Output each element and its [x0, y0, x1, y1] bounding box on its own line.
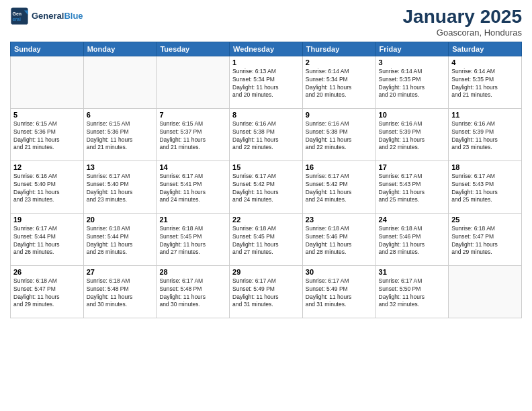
day-cell: 28Sunrise: 6:17 AMSunset: 5:48 PMDayligh… [157, 265, 230, 318]
header-wednesday: Wednesday [230, 42, 303, 56]
day-number: 31 [379, 268, 446, 276]
day-info: Sunrise: 6:14 AMSunset: 5:35 PMDaylight:… [379, 68, 446, 100]
day-info: Sunrise: 6:16 AMSunset: 5:39 PMDaylight:… [379, 120, 446, 152]
day-info: Sunrise: 6:18 AMSunset: 5:45 PMDaylight:… [159, 225, 226, 257]
day-info: Sunrise: 6:15 AMSunset: 5:36 PMDaylight:… [87, 120, 154, 152]
week-row-2: 5Sunrise: 6:15 AMSunset: 5:36 PMDaylight… [11, 108, 522, 161]
day-cell: 15Sunrise: 6:17 AMSunset: 5:42 PMDayligh… [230, 161, 303, 213]
week-row-4: 19Sunrise: 6:17 AMSunset: 5:44 PMDayligh… [11, 213, 522, 265]
day-info: Sunrise: 6:17 AMSunset: 5:43 PMDaylight:… [379, 173, 446, 205]
day-cell [157, 56, 230, 108]
day-cell: 8Sunrise: 6:16 AMSunset: 5:38 PMDaylight… [230, 108, 303, 161]
day-cell: 13Sunrise: 6:17 AMSunset: 5:40 PMDayligh… [83, 161, 157, 213]
header-friday: Friday [375, 42, 449, 56]
week-row-5: 26Sunrise: 6:18 AMSunset: 5:47 PMDayligh… [11, 265, 522, 318]
day-cell: 27Sunrise: 6:18 AMSunset: 5:48 PMDayligh… [83, 265, 157, 318]
day-cell: 6Sunrise: 6:15 AMSunset: 5:36 PMDaylight… [83, 108, 157, 161]
day-info: Sunrise: 6:18 AMSunset: 5:44 PMDaylight:… [87, 225, 154, 257]
day-number: 2 [306, 58, 373, 66]
day-cell [83, 56, 157, 108]
day-number: 5 [13, 111, 81, 119]
day-number: 19 [13, 216, 81, 224]
day-info: Sunrise: 6:18 AMSunset: 5:46 PMDaylight:… [306, 225, 373, 257]
logo: Gen eral GeneralBlue [10, 7, 83, 26]
week-row-1: 1Sunrise: 6:13 AMSunset: 5:34 PMDaylight… [11, 56, 522, 108]
day-cell: 9Sunrise: 6:16 AMSunset: 5:38 PMDaylight… [302, 108, 375, 161]
day-number: 27 [87, 268, 154, 276]
day-info: Sunrise: 6:16 AMSunset: 5:38 PMDaylight:… [232, 120, 300, 152]
calendar-header-row: SundayMondayTuesdayWednesdayThursdayFrid… [11, 42, 522, 56]
day-cell: 22Sunrise: 6:18 AMSunset: 5:45 PMDayligh… [230, 213, 303, 265]
page: Gen eral GeneralBlue January 2025 Goasco… [0, 0, 532, 411]
header-saturday: Saturday [449, 42, 522, 56]
day-cell: 11Sunrise: 6:16 AMSunset: 5:39 PMDayligh… [449, 108, 522, 161]
day-cell: 18Sunrise: 6:17 AMSunset: 5:43 PMDayligh… [449, 161, 522, 213]
day-number: 21 [159, 216, 226, 224]
logo-text: GeneralBlue [32, 11, 83, 21]
day-cell: 5Sunrise: 6:15 AMSunset: 5:36 PMDaylight… [11, 108, 84, 161]
day-cell: 17Sunrise: 6:17 AMSunset: 5:43 PMDayligh… [375, 161, 449, 213]
day-number: 13 [87, 163, 154, 171]
day-number: 4 [451, 58, 519, 66]
day-info: Sunrise: 6:18 AMSunset: 5:47 PMDaylight:… [13, 277, 81, 310]
day-number: 10 [379, 111, 446, 119]
day-info: Sunrise: 6:16 AMSunset: 5:40 PMDaylight:… [13, 173, 81, 205]
day-number: 11 [451, 111, 519, 119]
day-info: Sunrise: 6:17 AMSunset: 5:42 PMDaylight:… [306, 173, 373, 205]
day-info: Sunrise: 6:18 AMSunset: 5:48 PMDaylight:… [87, 277, 154, 310]
day-cell: 31Sunrise: 6:17 AMSunset: 5:50 PMDayligh… [375, 265, 449, 318]
day-number: 29 [232, 268, 300, 276]
svg-text:eral: eral [13, 17, 21, 21]
day-info: Sunrise: 6:15 AMSunset: 5:36 PMDaylight:… [13, 120, 81, 152]
day-cell: 29Sunrise: 6:17 AMSunset: 5:49 PMDayligh… [230, 265, 303, 318]
day-number: 6 [87, 111, 154, 119]
day-info: Sunrise: 6:17 AMSunset: 5:41 PMDaylight:… [159, 173, 226, 205]
day-number: 8 [232, 111, 300, 119]
header-tuesday: Tuesday [157, 42, 230, 56]
day-cell: 12Sunrise: 6:16 AMSunset: 5:40 PMDayligh… [11, 161, 84, 213]
day-info: Sunrise: 6:17 AMSunset: 5:42 PMDaylight:… [232, 173, 300, 205]
day-info: Sunrise: 6:17 AMSunset: 5:49 PMDaylight:… [306, 277, 373, 310]
day-number: 28 [159, 268, 226, 276]
day-cell: 20Sunrise: 6:18 AMSunset: 5:44 PMDayligh… [83, 213, 157, 265]
day-number: 22 [232, 216, 300, 224]
day-info: Sunrise: 6:17 AMSunset: 5:44 PMDaylight:… [13, 225, 81, 257]
day-number: 16 [306, 163, 373, 171]
day-info: Sunrise: 6:15 AMSunset: 5:37 PMDaylight:… [159, 120, 226, 152]
day-cell: 24Sunrise: 6:18 AMSunset: 5:46 PMDayligh… [375, 213, 449, 265]
day-info: Sunrise: 6:18 AMSunset: 5:45 PMDaylight:… [232, 225, 300, 257]
day-info: Sunrise: 6:17 AMSunset: 5:40 PMDaylight:… [87, 173, 154, 205]
day-cell: 16Sunrise: 6:17 AMSunset: 5:42 PMDayligh… [302, 161, 375, 213]
day-cell: 30Sunrise: 6:17 AMSunset: 5:49 PMDayligh… [302, 265, 375, 318]
day-number: 18 [451, 163, 519, 171]
day-cell: 10Sunrise: 6:16 AMSunset: 5:39 PMDayligh… [375, 108, 449, 161]
calendar-table: SundayMondayTuesdayWednesdayThursdayFrid… [10, 42, 522, 318]
day-info: Sunrise: 6:17 AMSunset: 5:43 PMDaylight:… [451, 173, 519, 205]
day-cell: 7Sunrise: 6:15 AMSunset: 5:37 PMDaylight… [157, 108, 230, 161]
day-cell [11, 56, 84, 108]
day-info: Sunrise: 6:18 AMSunset: 5:46 PMDaylight:… [379, 225, 446, 257]
day-number: 12 [13, 163, 81, 171]
day-number: 3 [379, 58, 446, 66]
day-number: 7 [159, 111, 226, 119]
day-number: 17 [379, 163, 446, 171]
header-thursday: Thursday [302, 42, 375, 56]
day-number: 25 [451, 216, 519, 224]
title-block: January 2025 Goascoran, Honduras [403, 7, 522, 38]
logo-icon: Gen eral [10, 7, 29, 26]
day-info: Sunrise: 6:14 AMSunset: 5:34 PMDaylight:… [306, 68, 373, 100]
day-info: Sunrise: 6:16 AMSunset: 5:38 PMDaylight:… [306, 120, 373, 152]
day-info: Sunrise: 6:17 AMSunset: 5:48 PMDaylight:… [159, 277, 226, 310]
day-cell: 1Sunrise: 6:13 AMSunset: 5:34 PMDaylight… [230, 56, 303, 108]
day-number: 1 [232, 58, 300, 66]
day-number: 20 [87, 216, 154, 224]
day-number: 23 [306, 216, 373, 224]
day-number: 30 [306, 268, 373, 276]
day-info: Sunrise: 6:13 AMSunset: 5:34 PMDaylight:… [232, 68, 300, 100]
day-info: Sunrise: 6:18 AMSunset: 5:47 PMDaylight:… [451, 225, 519, 257]
calendar-subtitle: Goascoran, Honduras [403, 28, 522, 38]
day-cell: 21Sunrise: 6:18 AMSunset: 5:45 PMDayligh… [157, 213, 230, 265]
logo-line1: General [32, 11, 64, 21]
calendar-title: January 2025 [403, 7, 522, 28]
day-cell: 14Sunrise: 6:17 AMSunset: 5:41 PMDayligh… [157, 161, 230, 213]
